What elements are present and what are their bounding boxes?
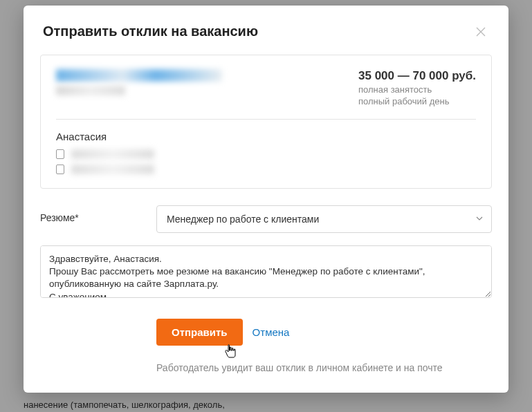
- actions-row: Отправить Отмена: [140, 319, 508, 346]
- resume-row: Резюме* Менеджер по работе с клиентами: [24, 205, 508, 233]
- resume-select-value: Менеджер по работе с клиентами: [167, 214, 319, 225]
- close-button[interactable]: [473, 24, 489, 42]
- cover-letter-textarea[interactable]: [40, 245, 492, 298]
- contact-name: Анастасия: [56, 131, 476, 142]
- contact-phone-redacted: [71, 165, 154, 174]
- schedule-text: полный рабочий день: [358, 96, 476, 106]
- contact-phone-redacted: [71, 149, 154, 159]
- vacancy-top: 35 000 — 70 000 руб. полная занятость по…: [56, 69, 476, 120]
- resume-label: Резюме*: [40, 205, 156, 223]
- vacancy-title-redacted: [56, 69, 222, 95]
- modal-title: Отправить отклик на вакансию: [43, 24, 258, 39]
- phone-icon: [56, 165, 64, 174]
- vacancy-summary: 35 000 — 70 000 руб. полная занятость по…: [40, 55, 492, 189]
- cover-letter-wrap: [40, 245, 492, 301]
- salary-text: 35 000 — 70 000 руб.: [358, 69, 476, 83]
- cursor-pointer-icon: [223, 343, 239, 362]
- apply-modal: Отправить отклик на вакансию 35 000 — 70…: [24, 6, 508, 393]
- resume-select[interactable]: Менеджер по работе с клиентами: [156, 205, 492, 233]
- salary-block: 35 000 — 70 000 руб. полная занятость по…: [358, 69, 476, 106]
- contact-phone-row-2: [56, 165, 476, 174]
- employment-text: полная занятость: [358, 84, 476, 95]
- close-icon: [475, 29, 486, 39]
- contact-phone-row: [56, 149, 476, 159]
- employer-hint: Работодатель увидит ваш отклик в личном …: [156, 362, 508, 373]
- modal-header: Отправить отклик на вакансию: [24, 6, 508, 55]
- phone-icon: [56, 149, 64, 159]
- resume-select-wrap: Менеджер по работе с клиентами: [156, 205, 492, 233]
- submit-button[interactable]: Отправить: [156, 319, 243, 346]
- cancel-button[interactable]: Отмена: [253, 326, 290, 338]
